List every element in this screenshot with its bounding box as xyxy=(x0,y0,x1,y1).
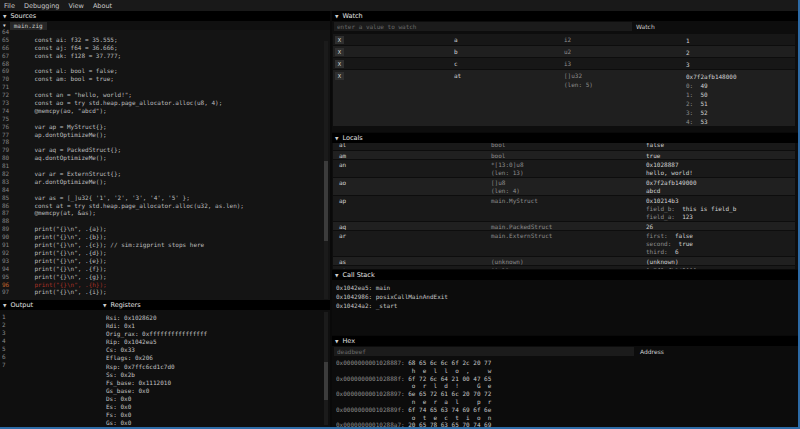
local-row[interactable]: alboolfalse xyxy=(333,143,795,150)
source-line[interactable]: 88 xyxy=(0,217,322,225)
local-row[interactable]: aqmain.PackedStruct26 xyxy=(333,222,795,230)
registers-panel-header[interactable]: ▼ Registers xyxy=(100,300,330,310)
source-line[interactable]: 93 print("{}\n", .{e}); xyxy=(0,257,322,265)
source-line[interactable]: 71 xyxy=(0,83,322,91)
line-number[interactable]: 66 xyxy=(0,44,11,52)
line-number[interactable]: 78 xyxy=(0,138,11,146)
watch-row[interactable]: Xci33 xyxy=(333,58,795,69)
line-number[interactable]: 86 xyxy=(0,202,11,210)
source-line[interactable]: 73 const ao = try std.heap.page_allocato… xyxy=(0,99,322,107)
source-line[interactable]: 70 const am: bool = true; xyxy=(0,75,322,83)
delete-watch-button[interactable]: X xyxy=(335,48,344,56)
local-row[interactable]: ambooltrue xyxy=(333,151,795,159)
local-row[interactable]: armain.ExternStructfirst: falsesecond: t… xyxy=(333,231,795,256)
source-line[interactable]: 81 xyxy=(0,162,322,170)
line-number[interactable]: 92 xyxy=(0,249,11,257)
sources-scrollbar[interactable] xyxy=(324,41,328,299)
source-line[interactable]: 66 const aj: f64 = 36.666; xyxy=(0,44,322,52)
line-number[interactable]: 71 xyxy=(0,83,11,91)
source-line[interactable]: 67 const ak: f128 = 37.777; xyxy=(0,52,322,60)
source-line[interactable]: 74 @memcpy(ao, "abcd"); xyxy=(0,107,322,115)
source-line[interactable]: 68 xyxy=(0,60,322,68)
watch-input[interactable] xyxy=(334,22,632,31)
line-number[interactable]: 77 xyxy=(0,131,11,139)
watch-add-button[interactable]: Watch xyxy=(636,22,655,32)
watch-row[interactable]: Xai21 xyxy=(333,34,795,45)
delete-watch-button[interactable]: X xyxy=(335,72,344,80)
line-number[interactable]: 95 xyxy=(0,273,11,281)
source-line[interactable]: 89 print("{}\n", .{a}); xyxy=(0,225,322,233)
line-number[interactable]: 72 xyxy=(0,91,11,99)
delete-watch-button[interactable]: X xyxy=(335,60,344,68)
line-number[interactable]: 94 xyxy=(0,265,11,273)
line-number[interactable]: 82 xyxy=(0,170,11,178)
line-number[interactable]: 75 xyxy=(0,115,11,123)
line-number[interactable]: 83 xyxy=(0,178,11,186)
source-line[interactable]: 94 print("{}\n", .{f}); xyxy=(0,265,322,273)
scrollbar-thumb[interactable] xyxy=(324,161,328,241)
source-line[interactable]: 80 aq.dontOptimizeMe(); xyxy=(0,154,322,162)
line-number[interactable]: 89 xyxy=(0,225,11,233)
sources-panel-header[interactable]: ▼ Sources xyxy=(0,11,330,21)
source-line[interactable]: 97 print("{}\n", .{i}); xyxy=(0,288,322,296)
call-stack-frame[interactable]: 0x1042ea5: main xyxy=(336,283,798,292)
source-line[interactable]: 91 print("{}\n", .{c}); // sim:zigprint … xyxy=(0,241,322,249)
watch-row[interactable]: Xbu22 xyxy=(333,46,795,57)
source-line[interactable]: 76 var ap = MyStruct{}; xyxy=(0,123,322,131)
output-panel-header[interactable]: ▼ Output xyxy=(0,300,100,310)
line-number[interactable]: 69 xyxy=(0,67,11,75)
line-number[interactable]: 65 xyxy=(0,36,11,44)
source-line[interactable]: 65 const ai: f32 = 35.555; xyxy=(0,36,322,44)
local-row[interactable]: at[]u320x7f2afb148000 xyxy=(333,266,795,269)
source-line[interactable]: 95 print("{}\n", .{g}); xyxy=(0,273,322,281)
source-line[interactable]: 83 ar.dontOptimizeMe(); xyxy=(0,178,322,186)
menu-item-file[interactable]: File xyxy=(4,2,15,10)
source-line[interactable]: 85 var as = [_]u32{ '1', '2', '3', '4', … xyxy=(0,194,322,202)
call-stack-panel-header[interactable]: ▼ Call Stack xyxy=(332,270,798,280)
line-number[interactable]: 74 xyxy=(0,107,11,115)
line-number[interactable]: 81 xyxy=(0,162,11,170)
source-line[interactable]: 75 xyxy=(0,115,322,123)
hex-panel-header[interactable]: ▼ Hex xyxy=(332,336,798,346)
scrollbar-thumb[interactable] xyxy=(324,362,328,400)
source-line[interactable]: 69 const al: bool = false; xyxy=(0,67,322,75)
line-number[interactable]: 80 xyxy=(0,154,11,162)
menu-item-about[interactable]: About xyxy=(93,2,112,10)
line-number[interactable]: 85 xyxy=(0,194,11,202)
menu-item-view[interactable]: View xyxy=(68,2,83,10)
local-row[interactable]: an*[13:0]u8(len: 13)0x1028887hello, worl… xyxy=(333,160,795,177)
line-number[interactable]: 97 xyxy=(0,288,11,296)
local-row[interactable]: ao[]u8(len: 4)0x7f2afb149000abcd xyxy=(333,178,795,195)
hex-address-input[interactable] xyxy=(334,347,634,356)
line-number[interactable]: 73 xyxy=(0,99,11,107)
line-number[interactable]: 91 xyxy=(0,241,11,249)
line-number[interactable]: 64 xyxy=(0,28,11,36)
line-number[interactable]: 90 xyxy=(0,233,11,241)
line-number[interactable]: 70 xyxy=(0,75,11,83)
line-number[interactable]: 76 xyxy=(0,123,11,131)
line-number[interactable]: 84 xyxy=(0,186,11,194)
watch-panel-header[interactable]: ▼ Watch xyxy=(332,11,798,21)
line-number[interactable]: 67 xyxy=(0,52,11,60)
line-number[interactable]: 68 xyxy=(0,60,11,68)
source-line[interactable]: 78 xyxy=(0,138,322,146)
line-number[interactable]: 87 xyxy=(0,209,11,217)
watch-row[interactable]: Xat[]u32(len: 5)0x7f2afb1480000: 491: 50… xyxy=(333,70,795,126)
local-row[interactable]: apmain.MyStruct0x10214b3field_b: this is… xyxy=(333,196,795,221)
source-line[interactable]: 79 var aq = PackedStruct{}; xyxy=(0,146,322,154)
source-line[interactable]: 64 xyxy=(0,28,322,36)
line-number[interactable]: 93 xyxy=(0,257,11,265)
locals-panel-header[interactable]: ▼ Locals xyxy=(332,133,798,143)
source-line[interactable]: 86 const at = try std.heap.page_allocato… xyxy=(0,202,322,210)
registers-scrollbar[interactable] xyxy=(324,312,328,425)
line-number[interactable]: 96 xyxy=(0,281,11,289)
local-row[interactable]: as(unknown)(unknown) xyxy=(333,257,795,265)
menu-item-debugging[interactable]: Debugging xyxy=(24,2,60,10)
call-stack-frame[interactable]: 0x10424a2: _start xyxy=(336,301,798,310)
call-stack-frame[interactable]: 0x1042986: posixCallMainAndExit xyxy=(336,292,798,301)
source-line[interactable]: 96 print("{}\n", .{h}); xyxy=(0,281,322,289)
line-number[interactable]: 88 xyxy=(0,217,11,225)
source-line[interactable]: 84 xyxy=(0,186,322,194)
hex-address-button[interactable]: Address xyxy=(640,347,664,357)
source-line[interactable]: 87 @memcpy(at, &as); xyxy=(0,209,322,217)
